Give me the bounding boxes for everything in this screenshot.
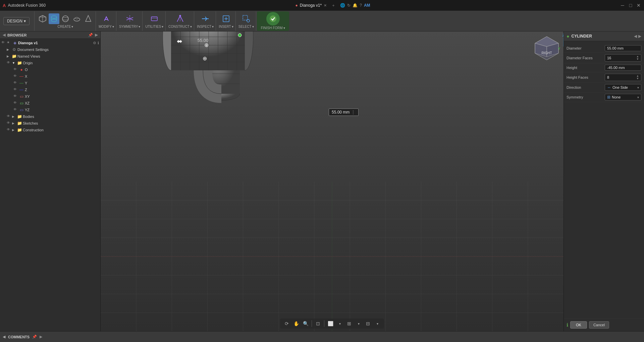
viewport[interactable]: ⬌ ⊕ ⊕ 55.00 55.00 mm ⋮ R bbox=[101, 31, 564, 331]
tree-item-bodies[interactable]: 👁 ▶ 📁 Bodies bbox=[0, 113, 100, 120]
ok-button[interactable]: OK bbox=[570, 321, 587, 329]
diameter-input[interactable]: 55.00 mm bbox=[605, 45, 641, 51]
browser-expand-icon[interactable]: ▶ bbox=[95, 33, 98, 37]
comments-pin-icon[interactable]: 📌 bbox=[32, 335, 37, 339]
tree-item-xz[interactable]: 👁 ▭ XZ bbox=[0, 100, 100, 107]
info-icon-footer[interactable]: ℹ bbox=[567, 322, 568, 328]
pan-icon[interactable]: ✋ bbox=[292, 320, 300, 328]
inspect-label[interactable]: INSPECT ▾ bbox=[197, 25, 214, 28]
design-button[interactable]: DESIGN ▾ bbox=[3, 17, 30, 25]
insert-label[interactable]: INSERT ▾ bbox=[219, 25, 233, 28]
tree-item-origin[interactable]: 👁 ▼ 📁 Origin bbox=[0, 60, 100, 66]
fit-icon[interactable]: ⊡ bbox=[314, 320, 322, 328]
diameter-faces-stepper[interactable]: ▲ ▼ bbox=[636, 55, 639, 61]
eye-icon-z[interactable]: 👁 bbox=[13, 87, 18, 92]
eye-icon-root[interactable]: 👁 bbox=[1, 41, 6, 45]
view-style-icon[interactable]: ⬜ bbox=[326, 320, 334, 328]
utilities-label[interactable]: UTILITIES ▾ bbox=[145, 25, 163, 28]
tree-item-yz[interactable]: 👁 ▭ YZ bbox=[0, 107, 100, 113]
orbit-icon[interactable]: ⟳ bbox=[283, 320, 291, 328]
view-chevron-icon[interactable]: ▾ bbox=[336, 320, 344, 328]
display-icon[interactable]: ⊟ bbox=[364, 320, 372, 328]
modify-label[interactable]: MODIFY ▾ bbox=[99, 25, 114, 28]
browser-pin-icon[interactable]: 📌 bbox=[88, 33, 93, 37]
create-sphere-icon[interactable] bbox=[60, 13, 71, 24]
create-label[interactable]: CREATE ▾ bbox=[58, 25, 73, 28]
panel-expand-icon[interactable]: ▶ bbox=[638, 34, 641, 39]
display-chevron-icon[interactable]: ▾ bbox=[373, 320, 381, 328]
insert-icon[interactable] bbox=[221, 13, 231, 24]
symmetry-dropdown[interactable]: ⊞ None ▾ bbox=[605, 94, 641, 100]
tree-item-x[interactable]: 👁 — X bbox=[0, 73, 100, 80]
bell-icon[interactable]: 🔔 bbox=[353, 3, 358, 8]
eye-icon-y[interactable]: 👁 bbox=[13, 81, 18, 85]
symmetry-label[interactable]: SYMMETRY ▾ bbox=[119, 25, 141, 28]
comments-expand-icon[interactable]: ▶ bbox=[40, 335, 42, 339]
utilities-icon[interactable] bbox=[149, 13, 160, 24]
stepper-down-height-faces[interactable]: ▼ bbox=[636, 77, 639, 80]
eye-icon-bodies[interactable]: 👁 bbox=[7, 114, 11, 119]
eye-icon-origin[interactable]: 👁 bbox=[7, 61, 11, 65]
comments-back-icon[interactable]: ◀ bbox=[3, 335, 5, 339]
select-label[interactable]: SELECT ▾ bbox=[238, 25, 254, 28]
eye-icon-o[interactable]: 👁 bbox=[13, 67, 18, 72]
zoom-icon[interactable]: 🔍 bbox=[302, 320, 310, 328]
eye-icon-xz[interactable]: 👁 bbox=[13, 101, 18, 106]
grid-icon[interactable]: ⊞ bbox=[345, 320, 353, 328]
grid-chevron-icon[interactable]: ▾ bbox=[355, 320, 363, 328]
prop-row-diameter-faces: Diameter Faces 16 ▲ ▼ bbox=[564, 53, 644, 63]
eye-icon-sketches[interactable]: 👁 bbox=[7, 121, 11, 126]
tree-settings-icon[interactable]: ⚙ bbox=[93, 41, 96, 45]
maximize-button[interactable]: □ bbox=[628, 3, 633, 8]
stepper-down-diameter-faces[interactable]: ▼ bbox=[636, 58, 639, 61]
tree-item-xy[interactable]: 👁 ▭ XY bbox=[0, 93, 100, 100]
new-tab-icon[interactable]: ＋ bbox=[331, 3, 335, 8]
help-icon[interactable]: ? bbox=[360, 3, 362, 8]
user-avatar[interactable]: AM bbox=[364, 3, 370, 8]
inspect-icon[interactable] bbox=[200, 13, 211, 24]
eye-icon-yz[interactable]: 👁 bbox=[13, 108, 18, 112]
eye-icon-xy[interactable]: 👁 bbox=[13, 94, 18, 99]
height-input[interactable]: -45.00 mm bbox=[605, 65, 641, 71]
height-faces-input[interactable]: 8 ▲ ▼ bbox=[605, 74, 641, 81]
select-chevron-icon: ▾ bbox=[252, 25, 254, 28]
create-cone-icon[interactable] bbox=[83, 13, 94, 24]
height-faces-stepper[interactable]: ▲ ▼ bbox=[636, 75, 639, 80]
create-cylinder-icon[interactable] bbox=[49, 13, 59, 24]
tree-item-doc-settings[interactable]: ▶ ⚙ Document Settings bbox=[0, 46, 100, 53]
construct-label[interactable]: CONSTRUCT ▾ bbox=[168, 25, 192, 28]
light-icon-root[interactable]: ☀ bbox=[7, 41, 11, 45]
tree-info-icon[interactable]: ℹ bbox=[98, 41, 99, 45]
finish-form-icon[interactable] bbox=[266, 12, 280, 25]
select-icon[interactable] bbox=[241, 13, 252, 24]
tree-item-named-views[interactable]: ▶ 📁 Named Views bbox=[0, 53, 100, 60]
tree-item-sketches[interactable]: 👁 ▶ 📁 Sketches bbox=[0, 120, 100, 127]
tree-item-root[interactable]: 👁 ☀ ◈ Dianoga v1 ⚙ ℹ bbox=[0, 40, 100, 46]
close-window-button[interactable]: ✕ bbox=[636, 3, 641, 8]
panel-collapse-icon[interactable]: ◀ bbox=[634, 34, 637, 39]
minimize-button[interactable]: ─ bbox=[620, 3, 625, 8]
create-box-icon[interactable] bbox=[37, 13, 48, 24]
tree-item-o[interactable]: 👁 ● O bbox=[0, 66, 100, 73]
browser-back-icon[interactable]: ◀ bbox=[3, 33, 5, 37]
cancel-button[interactable]: Cancel bbox=[589, 321, 609, 329]
symmetry-icon[interactable] bbox=[124, 13, 135, 24]
direction-dropdown[interactable]: ↔ One Side ▾ bbox=[605, 84, 641, 91]
diameter-faces-value: 16 bbox=[607, 56, 611, 60]
tab-close-icon[interactable]: ✕ bbox=[324, 3, 327, 8]
tree-label-doc-settings: Document Settings bbox=[17, 48, 49, 52]
eye-icon-construction[interactable]: 👁 bbox=[7, 128, 11, 132]
construct-icon[interactable] bbox=[175, 13, 185, 24]
create-torus-icon[interactable] bbox=[71, 13, 82, 24]
eye-icon-x[interactable]: 👁 bbox=[13, 74, 18, 79]
globe-icon[interactable]: 🌐 bbox=[340, 3, 345, 8]
dimension-menu-icon[interactable]: ⋮ bbox=[351, 110, 356, 115]
finish-form-label[interactable]: FINISH FORM ▾ bbox=[261, 26, 285, 30]
tree-item-construction[interactable]: 👁 ▶ 📁 Construction bbox=[0, 127, 100, 133]
modify-icon[interactable] bbox=[101, 13, 112, 24]
tree-item-y[interactable]: 👁 — Y bbox=[0, 80, 100, 86]
diameter-faces-input[interactable]: 16 ▲ ▼ bbox=[605, 54, 641, 62]
viewcube[interactable]: RIGHT Z X Y bbox=[533, 35, 560, 62]
refresh-icon[interactable]: ↻ bbox=[347, 3, 351, 8]
tree-item-z[interactable]: 👁 — Z bbox=[0, 86, 100, 93]
